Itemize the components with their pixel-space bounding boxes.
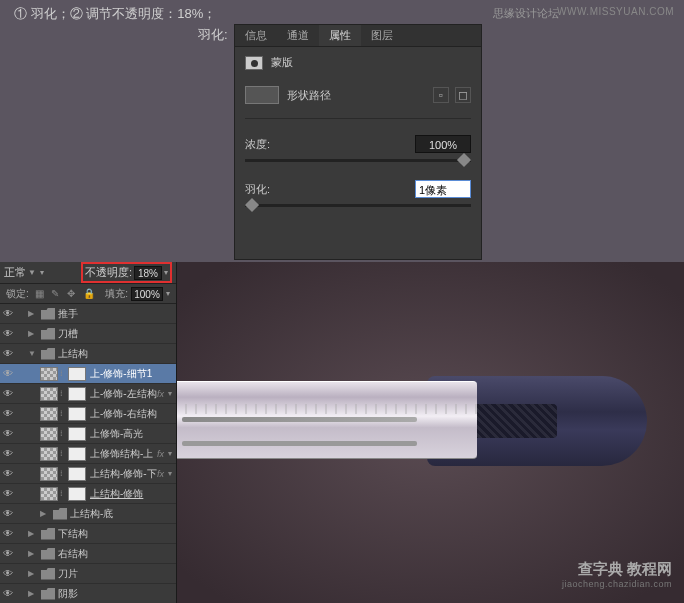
layer-name[interactable]: 上结构-底 bbox=[70, 507, 176, 521]
chevron-down-icon[interactable]: ▾ bbox=[40, 268, 44, 277]
layer-name[interactable]: 刀片 bbox=[58, 567, 176, 581]
layer-thumbnail[interactable] bbox=[40, 367, 58, 381]
lock-all-icon[interactable]: 🔒 bbox=[83, 288, 95, 300]
mask-thumbnail[interactable] bbox=[68, 487, 86, 501]
chevron-down-icon[interactable]: ▾ bbox=[166, 289, 170, 298]
mask-thumbnail[interactable] bbox=[68, 407, 86, 421]
mask-icon[interactable] bbox=[245, 56, 263, 70]
link-icon[interactable]: ⁞ bbox=[60, 389, 68, 398]
fill-input[interactable]: 100% bbox=[131, 287, 163, 301]
tab-channels[interactable]: 通道 bbox=[277, 25, 319, 46]
layer-row[interactable]: 👁▼上结构 bbox=[0, 344, 176, 364]
lock-position-icon[interactable]: ✥ bbox=[67, 288, 79, 300]
mask-thumbnail[interactable] bbox=[68, 387, 86, 401]
layer-name[interactable]: 上结构-修饰 bbox=[90, 487, 176, 501]
visibility-eye-icon[interactable]: 👁 bbox=[0, 568, 16, 579]
chevron-down-icon[interactable]: ▾ bbox=[164, 268, 168, 277]
layer-name[interactable]: 上结构 bbox=[58, 347, 176, 361]
feather-slider[interactable] bbox=[245, 204, 471, 207]
chevron-down-icon[interactable]: ▼ bbox=[28, 349, 38, 358]
visibility-eye-icon[interactable]: 👁 bbox=[0, 308, 16, 319]
layer-thumbnail[interactable] bbox=[40, 467, 58, 481]
slider-thumb[interactable] bbox=[245, 198, 259, 212]
shape-crop-icon[interactable]: ◻ bbox=[455, 87, 471, 103]
visibility-eye-icon[interactable]: 👁 bbox=[0, 368, 16, 379]
chevron-down-icon[interactable]: ▾ bbox=[168, 389, 172, 398]
link-icon[interactable]: ⁞ bbox=[60, 469, 68, 478]
visibility-eye-icon[interactable]: 👁 bbox=[0, 388, 16, 399]
layer-name[interactable]: 推手 bbox=[58, 307, 176, 321]
chevron-right-icon[interactable]: ▶ bbox=[28, 589, 38, 598]
link-icon[interactable]: ⁞ bbox=[60, 449, 68, 458]
chevron-right-icon[interactable]: ▶ bbox=[28, 549, 38, 558]
visibility-eye-icon[interactable]: 👁 bbox=[0, 588, 16, 599]
fx-badge[interactable]: fx bbox=[157, 469, 164, 479]
link-icon[interactable]: ⁞ bbox=[60, 369, 68, 378]
layer-name[interactable]: 右结构 bbox=[58, 547, 176, 561]
fx-badge[interactable]: fx bbox=[157, 389, 164, 399]
chevron-right-icon[interactable]: ▶ bbox=[28, 569, 38, 578]
mask-thumbnail[interactable] bbox=[68, 447, 86, 461]
layer-name[interactable]: 上-修饰-细节1 bbox=[90, 367, 176, 381]
layer-name[interactable]: 下结构 bbox=[58, 527, 176, 541]
canvas-area[interactable]: 查字典 教程网 jiaocheng.chazidian.com bbox=[177, 262, 684, 603]
tab-layers[interactable]: 图层 bbox=[361, 25, 403, 46]
mask-thumbnail[interactable] bbox=[68, 467, 86, 481]
chevron-right-icon[interactable]: ▶ bbox=[28, 329, 38, 338]
tab-properties[interactable]: 属性 bbox=[319, 25, 361, 46]
layer-thumbnail[interactable] bbox=[40, 487, 58, 501]
layer-row[interactable]: 👁▶上结构-底 bbox=[0, 504, 176, 524]
shape-select-icon[interactable]: ▫ bbox=[433, 87, 449, 103]
layer-name[interactable]: 上-修饰-右结构 bbox=[90, 407, 176, 421]
visibility-eye-icon[interactable]: 👁 bbox=[0, 468, 16, 479]
density-value[interactable]: 100% bbox=[415, 135, 471, 153]
visibility-eye-icon[interactable]: 👁 bbox=[0, 448, 16, 459]
link-icon[interactable]: ⁞ bbox=[60, 429, 68, 438]
layer-name[interactable]: 阴影 bbox=[58, 587, 176, 601]
layer-row[interactable]: 👁⁞上修饰-高光 bbox=[0, 424, 176, 444]
tab-info[interactable]: 信息 bbox=[235, 25, 277, 46]
visibility-eye-icon[interactable]: 👁 bbox=[0, 428, 16, 439]
mask-thumbnail[interactable] bbox=[68, 427, 86, 441]
layer-row[interactable]: 👁▶推手 bbox=[0, 304, 176, 324]
visibility-eye-icon[interactable]: 👁 bbox=[0, 508, 16, 519]
layer-row[interactable]: 👁⁞上结构-修饰 bbox=[0, 484, 176, 504]
shape-swatch[interactable] bbox=[245, 86, 279, 104]
feather-input[interactable]: 1像素 bbox=[415, 180, 471, 198]
layer-row[interactable]: 👁▶阴影 bbox=[0, 584, 176, 602]
blend-mode-dropdown[interactable]: 正常 ▼ bbox=[4, 265, 36, 280]
layer-thumbnail[interactable] bbox=[40, 387, 58, 401]
slider-thumb[interactable] bbox=[457, 153, 471, 167]
layer-name[interactable]: 上修饰-高光 bbox=[90, 427, 176, 441]
lock-transparency-icon[interactable]: ▦ bbox=[35, 288, 47, 300]
layer-thumbnail[interactable] bbox=[40, 427, 58, 441]
layer-name[interactable]: 刀槽 bbox=[58, 327, 176, 341]
layer-row[interactable]: 👁▶刀片 bbox=[0, 564, 176, 584]
chevron-right-icon[interactable]: ▶ bbox=[28, 529, 38, 538]
chevron-right-icon[interactable]: ▶ bbox=[40, 509, 50, 518]
layer-row[interactable]: 👁▶刀槽 bbox=[0, 324, 176, 344]
layer-row[interactable]: 👁⁞上-修饰-左结构fx▾ bbox=[0, 384, 176, 404]
visibility-eye-icon[interactable]: 👁 bbox=[0, 348, 16, 359]
lock-paint-icon[interactable]: ✎ bbox=[51, 288, 63, 300]
layer-thumbnail[interactable] bbox=[40, 407, 58, 421]
visibility-eye-icon[interactable]: 👁 bbox=[0, 408, 16, 419]
visibility-eye-icon[interactable]: 👁 bbox=[0, 528, 16, 539]
layer-row[interactable]: 👁⁞上-修饰-右结构 bbox=[0, 404, 176, 424]
link-icon[interactable]: ⁞ bbox=[60, 489, 68, 498]
link-icon[interactable]: ⁞ bbox=[60, 409, 68, 418]
layer-row[interactable]: 👁▶右结构 bbox=[0, 544, 176, 564]
layer-name[interactable]: 上-修饰-左结构 bbox=[90, 387, 157, 401]
layer-row[interactable]: 👁▶下结构 bbox=[0, 524, 176, 544]
opacity-input[interactable]: 18% bbox=[134, 266, 162, 280]
visibility-eye-icon[interactable]: 👁 bbox=[0, 548, 16, 559]
chevron-down-icon[interactable]: ▾ bbox=[168, 469, 172, 478]
mask-thumbnail[interactable] bbox=[68, 367, 86, 381]
fx-badge[interactable]: fx bbox=[157, 449, 164, 459]
chevron-down-icon[interactable]: ▾ bbox=[168, 449, 172, 458]
layer-name[interactable]: 上结构-修饰-下 bbox=[90, 467, 157, 481]
layer-row[interactable]: 👁⁞上修饰结构-上fx▾ bbox=[0, 444, 176, 464]
visibility-eye-icon[interactable]: 👁 bbox=[0, 328, 16, 339]
layer-thumbnail[interactable] bbox=[40, 447, 58, 461]
visibility-eye-icon[interactable]: 👁 bbox=[0, 488, 16, 499]
